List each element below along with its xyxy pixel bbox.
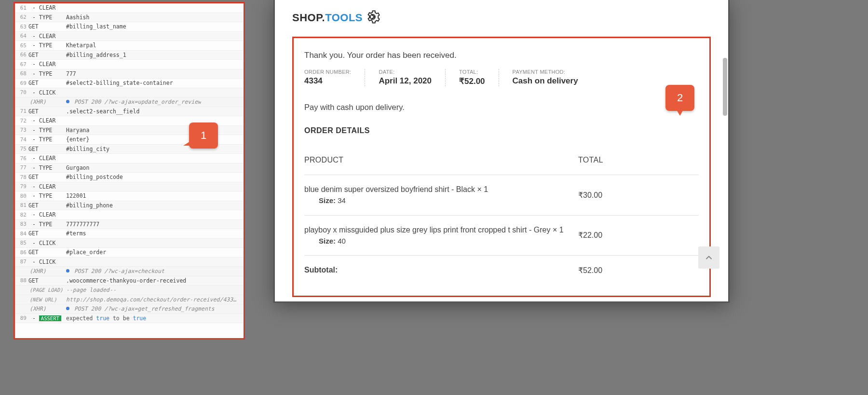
line-number: 75: [15, 146, 28, 152]
command-row[interactable]: 71GET.select2-search__field: [15, 107, 244, 117]
command-action: GET: [28, 52, 66, 58]
command-action: - CLEAR: [28, 211, 66, 218]
command-action: (XHR): [28, 268, 66, 274]
order-number-label: ORDER NUMBER:: [304, 69, 351, 75]
size-label: Size:: [319, 237, 336, 245]
assert-badge: ASSERT: [39, 315, 61, 321]
product-size: 34: [338, 196, 346, 204]
command-action: (PAGE LOAD): [28, 287, 66, 293]
command-row[interactable]: 83- TYPE7777777777: [15, 220, 244, 230]
command-action: (XHR): [28, 98, 66, 105]
command-row[interactable]: 64- CLEAR: [15, 32, 244, 41]
command-value: #terms: [66, 230, 86, 237]
command-row[interactable]: 80- TYPE122001: [15, 191, 244, 201]
command-row[interactable]: (XHR) POST 200 /?wc-ajax=checkout: [15, 267, 244, 276]
product-name: blue denim super oversized boyfriend shi…: [304, 185, 488, 193]
command-action: GET: [28, 174, 66, 180]
command-row[interactable]: 87- CLICK: [15, 258, 244, 267]
status-dot-icon: [66, 100, 69, 103]
logo-text-shop: SHOP.: [292, 12, 325, 24]
table-header-row: PRODUCT TOTAL: [304, 146, 699, 175]
command-value: #billing_address_1: [66, 52, 126, 58]
payment-instruction: Pay with cash upon delivery.: [304, 103, 699, 112]
line-number: 78: [15, 174, 28, 180]
command-row[interactable]: 78GET#billing_postcode: [15, 173, 244, 182]
command-action: GET: [28, 23, 66, 30]
command-action: GET: [28, 202, 66, 209]
command-row[interactable]: 89- ASSERTexpected true to be true: [15, 314, 244, 324]
command-row[interactable]: 84GET#terms: [15, 229, 244, 239]
order-item-row: blue denim super oversized boyfriend shi…: [304, 175, 699, 216]
command-row[interactable]: 63GET#billing_last_name: [15, 22, 244, 32]
gear-icon: [366, 10, 380, 26]
command-row[interactable]: 82- CLEAR: [15, 210, 244, 220]
line-number: 82: [15, 212, 28, 218]
command-row[interactable]: 86GET#place_order: [15, 248, 244, 258]
line-number: 77: [15, 164, 28, 171]
line-number: 76: [15, 155, 28, 162]
command-row[interactable]: 70- CLICK: [15, 88, 244, 98]
command-row[interactable]: 77- TYPEGurgaon: [15, 163, 244, 173]
command-value: 777: [66, 70, 76, 77]
back-to-top-button[interactable]: [698, 246, 719, 269]
command-row[interactable]: (XHR) POST 200 /?wc-ajax=get_refreshed_f…: [15, 304, 244, 314]
order-item-row: playboy x missguided plus size grey lips…: [304, 216, 699, 256]
command-row[interactable]: (PAGE LOAD)--page loaded--: [15, 286, 244, 295]
browser-frame: SHOP.TOOLS Thank you. Your order has bee…: [275, 0, 728, 301]
command-value: #billing_phone: [66, 202, 113, 209]
command-action: (NEW URL): [28, 297, 66, 302]
command-row[interactable]: 79- CLEAR: [15, 182, 244, 192]
col-header-product: PRODUCT: [304, 154, 578, 166]
command-action: GET: [28, 230, 66, 237]
line-number: 83: [15, 221, 28, 227]
command-row[interactable]: 85- CLICK: [15, 239, 244, 248]
command-row[interactable]: 68- TYPE777: [15, 69, 244, 79]
payment-method-label: PAYMENT METHOD:: [513, 69, 578, 75]
command-row[interactable]: 69GET#select2-billing_state-container: [15, 79, 244, 88]
command-row[interactable]: 76- CLEAR: [15, 154, 244, 163]
command-value: Aashish: [66, 14, 89, 21]
line-number: 80: [15, 193, 28, 199]
line-number: 69: [15, 80, 28, 86]
line-number: 64: [15, 33, 28, 39]
command-row[interactable]: (NEW URL)http://shop.demoqa.com/checkout…: [15, 295, 244, 305]
command-row[interactable]: 66GET#billing_address_1: [15, 51, 244, 60]
product-total: ₹22.00: [578, 231, 699, 240]
command-action: - CLEAR: [28, 117, 66, 124]
command-action: - TYPE: [28, 70, 66, 77]
command-value: .select2-search__field: [66, 108, 139, 115]
command-row[interactable]: 62- TYPEAashish: [15, 13, 244, 23]
command-row[interactable]: 81GET#billing_phone: [15, 201, 244, 211]
app-preview-stage: SHOP.TOOLS Thank you. Your order has bee…: [260, 0, 868, 395]
line-number: 63: [15, 24, 28, 30]
command-value: Gurgaon: [66, 164, 89, 171]
command-row[interactable]: 88GET.woocommerce-thankyou-order-receive…: [15, 276, 244, 286]
line-number: 67: [15, 61, 28, 68]
command-action: - TYPE: [28, 192, 66, 199]
command-action: - CLICK: [28, 259, 66, 265]
command-row[interactable]: (XHR) POST 200 /?wc-ajax=update_order_re…: [15, 97, 244, 107]
line-number: 62: [15, 14, 28, 20]
order-total-label: TOTAL:: [459, 69, 485, 75]
command-action: GET: [28, 277, 66, 284]
command-value: #place_order: [66, 249, 106, 256]
line-number: 66: [15, 52, 28, 58]
site-logo[interactable]: SHOP.TOOLS: [292, 10, 711, 26]
command-value: http://shop.demoqa.com/checkout/order-re…: [66, 296, 236, 303]
thankyou-message: Thank you. Your order has been received.: [304, 51, 699, 60]
line-number: 74: [15, 136, 28, 143]
logo-text-tools: TOOLS: [325, 12, 363, 24]
command-value: .woocommerce-thankyou-order-received: [66, 277, 186, 284]
command-row[interactable]: 65- TYPEKhetarpal: [15, 41, 244, 51]
cypress-command-log[interactable]: 61- CLEAR62- TYPEAashish63GET#billing_la…: [14, 2, 245, 340]
subtotal-label: Subtotal:: [304, 264, 578, 276]
command-action: - CLICK: [28, 240, 66, 246]
command-action: - CLEAR: [28, 155, 66, 162]
command-value: #select2-billing_state-container: [66, 80, 173, 86]
command-row[interactable]: 61- CLEAR: [15, 3, 244, 13]
command-value: #billing_city: [66, 146, 109, 152]
command-value: 7777777777: [66, 221, 99, 228]
command-row[interactable]: 67- CLEAR: [15, 60, 244, 69]
scrollbar-thumb[interactable]: [723, 58, 727, 116]
line-number: 86: [15, 249, 28, 256]
